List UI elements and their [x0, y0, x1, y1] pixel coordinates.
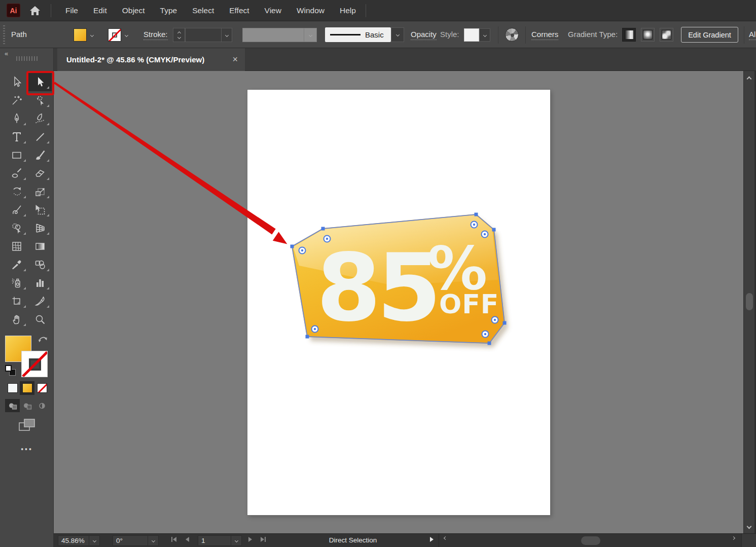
zoom-level-dropdown[interactable]	[89, 535, 100, 546]
statusbar-corner	[741, 534, 756, 547]
none-slash-icon	[22, 351, 48, 377]
menu-object[interactable]: Object	[115, 3, 153, 18]
style-swatch[interactable]	[464, 28, 479, 42]
menu-window[interactable]: Window	[289, 3, 332, 18]
document-tab[interactable]: Untitled-2* @ 45.86 % (CMYK/Preview) ×	[57, 48, 245, 71]
freeform-gradient-button[interactable]	[660, 28, 673, 42]
artboard-number-dropdown[interactable]	[231, 535, 242, 546]
opacity-link[interactable]: Opacity	[411, 30, 437, 40]
none-swatch-icon	[37, 383, 47, 393]
freeform-gradient-icon	[662, 30, 671, 40]
menu-type[interactable]: Type	[153, 3, 185, 18]
last-artboard-button[interactable]	[261, 537, 266, 542]
rotation-dropdown[interactable]	[148, 535, 159, 546]
none-slash-icon	[109, 28, 121, 42]
draw-behind-button[interactable]	[20, 399, 34, 412]
document-tab-bar: Untitled-2* @ 45.86 % (CMYK/Preview) ×	[54, 48, 756, 71]
draw-inside-button[interactable]	[34, 399, 49, 412]
controlbar-separator	[498, 26, 498, 44]
stroke-weight-field[interactable]	[185, 28, 222, 42]
color-button[interactable]	[5, 381, 20, 395]
brush-dropdown[interactable]	[391, 27, 404, 42]
scroll-down-icon[interactable]	[747, 524, 752, 529]
gradient-swatch-icon	[22, 383, 32, 393]
draw-inside-icon	[38, 402, 46, 410]
align-link-clipped[interactable]: Al	[749, 30, 756, 40]
vertical-scrollbar[interactable]	[743, 71, 754, 533]
style-dropdown[interactable]	[479, 28, 490, 42]
brush-definition-field[interactable]: Basic	[325, 27, 391, 42]
annotation-highlight-box	[26, 71, 54, 95]
zoom-level-value: 45.86%	[61, 537, 85, 544]
default-fill-mini	[5, 365, 12, 372]
home-icon[interactable]	[29, 6, 41, 16]
gradient-type-label: Gradient Type:	[568, 30, 618, 39]
menu-effect[interactable]: Effect	[222, 3, 257, 18]
stroke-color-swatch[interactable]	[108, 28, 121, 42]
gradient-button[interactable]	[20, 381, 34, 395]
appearance-buttons	[5, 381, 49, 395]
discount-tag-artwork[interactable]: 85 % OFF	[274, 200, 522, 357]
previous-artboard-button[interactable]	[186, 537, 189, 542]
stroke-weight-dropdown[interactable]	[221, 28, 232, 42]
menu-items: File Edit Object Type Select Effect View…	[58, 3, 364, 18]
status-bar: 45.86% 0° 1 Direct Selection	[54, 533, 756, 547]
menubar: Ai File Edit Object Type Select Effect V…	[0, 0, 756, 21]
style-label: Style:	[440, 30, 459, 39]
brush-stroke-preview-icon	[330, 34, 361, 35]
horizontal-scrollbar-thumb[interactable]	[581, 536, 600, 545]
menu-select[interactable]: Select	[185, 3, 222, 18]
linear-gradient-icon	[624, 30, 634, 40]
document-tab-title: Untitled-2* @ 45.86 % (CMYK/Preview)	[66, 55, 204, 64]
edit-toolbar-button[interactable]: •••	[0, 445, 54, 453]
recolor-artwork-icon[interactable]	[505, 28, 519, 42]
width-profile-dropdown	[242, 28, 304, 42]
brush-name: Basic	[365, 30, 384, 39]
change-screen-mode-button[interactable]	[19, 419, 36, 434]
next-artboard-button[interactable]	[248, 537, 252, 542]
scroll-left-icon[interactable]	[444, 537, 447, 539]
edit-gradient-button[interactable]: Edit Gradient	[681, 27, 738, 43]
illustrator-logo-icon[interactable]: Ai	[7, 4, 20, 17]
stroke-color-dropdown[interactable]	[122, 28, 131, 42]
linear-gradient-button[interactable]	[622, 28, 636, 42]
drawing-mode-buttons	[5, 399, 49, 412]
tools-panel: «	[0, 48, 54, 547]
panel-grip-icon[interactable]	[3, 25, 5, 45]
fill-stroke-cluster: •••	[0, 48, 54, 547]
radial-gradient-icon	[643, 30, 653, 40]
stroke-weight-stepper[interactable]	[173, 28, 185, 42]
swap-fill-stroke-icon[interactable]	[38, 334, 49, 344]
scroll-up-icon[interactable]	[747, 77, 752, 82]
rotation-value: 0°	[116, 537, 123, 544]
default-fill-stroke-icon[interactable]	[5, 365, 16, 376]
draw-normal-button[interactable]	[5, 399, 20, 412]
first-artboard-button[interactable]	[171, 537, 176, 542]
menu-file[interactable]: File	[58, 3, 86, 18]
stroke-color-indicator[interactable]	[21, 351, 48, 377]
status-expand-button[interactable]	[430, 537, 434, 542]
stroke-weight-label[interactable]: Stroke:	[143, 30, 168, 40]
controlbar-separator3	[744, 26, 744, 44]
rotation-field[interactable]: 0°	[113, 535, 148, 546]
menu-view[interactable]: View	[257, 3, 289, 18]
screen-mode-icon	[19, 419, 36, 432]
none-button[interactable]	[34, 381, 49, 395]
menu-help[interactable]: Help	[332, 3, 364, 18]
close-tab-icon[interactable]: ×	[232, 54, 238, 65]
discount-number-text: 85	[316, 234, 438, 342]
corners-link[interactable]: Corners	[531, 30, 558, 40]
draw-normal-icon	[8, 402, 17, 410]
fill-color-dropdown[interactable]	[87, 28, 96, 42]
selection-type-label: Path	[11, 30, 27, 39]
scroll-right-icon[interactable]	[732, 537, 735, 539]
menu-edit[interactable]: Edit	[86, 3, 115, 18]
statusbar-separator	[439, 534, 439, 547]
width-profile-dropdown-chevron	[304, 28, 317, 42]
artboard-number-field[interactable]: 1	[198, 535, 231, 546]
radial-gradient-button[interactable]	[641, 28, 655, 42]
zoom-level-field[interactable]: 45.86%	[58, 535, 89, 546]
vertical-scrollbar-thumb[interactable]	[746, 293, 753, 310]
fill-color-swatch[interactable]	[74, 28, 87, 42]
artboard-number-value: 1	[201, 537, 205, 544]
